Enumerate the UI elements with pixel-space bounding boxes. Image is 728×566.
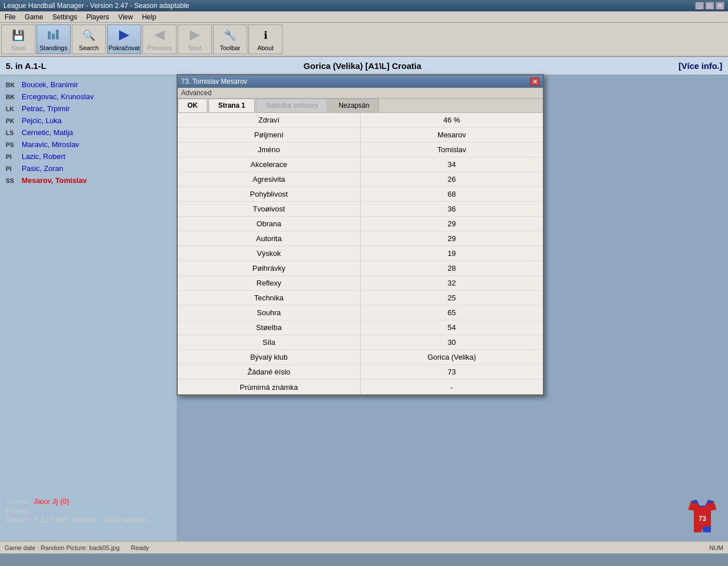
tab-smlouvy[interactable]: Nabídka smlouvy	[256, 99, 328, 112]
row-technika: Technika	[178, 291, 360, 306]
svg-marker-5	[190, 30, 200, 40]
standings-button[interactable]: Standings	[36, 25, 71, 54]
menu-view[interactable]: View	[113, 12, 137, 22]
row-strelba: Støelba	[178, 320, 360, 335]
val-jmeno: Tomislav	[361, 142, 543, 157]
toolbar-icon: 🔧	[222, 27, 238, 43]
row-reflexy: Reflexy	[178, 276, 360, 291]
menu-players[interactable]: Players	[81, 12, 113, 22]
row-zadanecislo: Žádané èíslo	[178, 365, 360, 380]
menu-settings[interactable]: Settings	[48, 12, 81, 22]
modal-values-column: 46 % Mesarov Tomislav 34 26 68	[361, 113, 543, 394]
about-button[interactable]: ℹ About	[248, 25, 283, 54]
previous-icon	[152, 27, 167, 43]
svg-rect-2	[56, 30, 59, 39]
main-content: 5. in A.1-L Gorica (Velika) [A1\L] Croat…	[0, 57, 728, 541]
row-souhra: Souhra	[178, 306, 360, 320]
val-tvorivost: 36	[361, 202, 543, 217]
val-pohyblivost: 68	[361, 187, 543, 202]
svg-marker-3	[119, 30, 129, 40]
pokracovat-button[interactable]: Pokračovat	[107, 25, 141, 54]
row-akcelerace: Akcelerace	[178, 157, 360, 172]
row-tvorivost: Tvoøivost	[178, 202, 360, 217]
modal-tabs: OK Strana 1 Nabídka smlouvy Nezapsán	[178, 99, 543, 113]
modal-close-button[interactable]: ✕	[530, 78, 539, 85]
row-zdravi: Zdraví	[178, 113, 360, 128]
val-reflexy: 32	[361, 276, 543, 291]
next-icon	[187, 27, 203, 43]
row-byvalyklub: Bývalý klub	[178, 350, 360, 365]
minimize-button[interactable]: _	[695, 2, 704, 10]
modal-titlebar: 73. Tomislav Mesarov ✕	[178, 75, 543, 88]
toolbar-label: Toolbar	[220, 44, 240, 51]
val-prihravky: 28	[361, 261, 543, 276]
player-modal: 73. Tomislav Mesarov ✕ Advanced OK Stran…	[177, 74, 544, 396]
row-obrana: Obrana	[178, 217, 360, 231]
menu-file[interactable]: File	[0, 12, 20, 22]
row-autorita: Autorita	[178, 231, 360, 246]
val-souhra: 65	[361, 306, 543, 320]
search-button[interactable]: 🔍 Search	[72, 25, 106, 54]
modal-subtitle: Advanced	[178, 88, 543, 99]
row-pohyblivost: Pohyblivost	[178, 187, 360, 202]
about-icon: ℹ	[257, 27, 273, 43]
modal-labels-column: Zdraví Pøijmení Jméno Akcelerace Agresiv…	[178, 113, 361, 394]
standings-icon	[46, 27, 62, 43]
svg-marker-4	[154, 30, 165, 40]
game-date-label: Game date : Random Picture: back05.jpg	[5, 544, 120, 551]
previous-label: Previous	[148, 44, 172, 51]
val-zdravi: 46 %	[361, 113, 543, 128]
title-bar: League Handball Manager - Version 2.47 -…	[0, 0, 728, 11]
numlock-indicator: NUM	[709, 544, 723, 551]
val-vyskok: 19	[361, 246, 543, 261]
val-strelba: 54	[361, 320, 543, 335]
menu-game[interactable]: Game	[20, 12, 48, 22]
val-sila: 30	[361, 335, 543, 350]
row-vyskok: Výskok	[178, 246, 360, 261]
tab-nezapsan[interactable]: Nezapsán	[329, 99, 379, 112]
ready-status: Ready	[131, 544, 149, 551]
standings-label: Standings	[40, 44, 68, 51]
modal-overlay: 73. Tomislav Mesarov ✕ Advanced OK Stran…	[0, 57, 728, 541]
svg-rect-1	[52, 34, 55, 39]
val-prijmeni: Mesarov	[361, 128, 543, 142]
toolbar: 💾 Save Standings 🔍 Search Pokračovat Pre…	[0, 23, 728, 57]
status-bar: Game date : Random Picture: back05.jpg R…	[0, 541, 728, 553]
val-akcelerace: 34	[361, 157, 543, 172]
val-agresivita: 26	[361, 172, 543, 187]
row-agresivita: Agresivita	[178, 172, 360, 187]
app-title: League Handball Manager - Version 2.47 -…	[3, 2, 189, 10]
val-obrana: 29	[361, 217, 543, 231]
row-prumznamka: Prùmirná známka	[178, 380, 360, 394]
menu-bar: File Game Settings Players View Help	[0, 11, 728, 23]
tab-ok[interactable]: OK	[178, 99, 207, 112]
title-controls: _ □ ✕	[695, 2, 725, 10]
menu-help[interactable]: Help	[137, 12, 161, 22]
save-button[interactable]: 💾 Save	[1, 25, 35, 54]
pokracovat-label: Pokračovat	[108, 44, 140, 51]
next-label: Next	[189, 44, 202, 51]
val-technika: 25	[361, 291, 543, 306]
val-autorita: 29	[361, 231, 543, 246]
close-button[interactable]: ✕	[715, 2, 725, 10]
row-prihravky: Pøihrávky	[178, 261, 360, 276]
next-button[interactable]: Next	[178, 25, 212, 54]
val-byvalyklub: Gorica (Velika)	[361, 350, 543, 365]
val-zadanecislo: 73	[361, 365, 543, 380]
row-jmeno: Jméno	[178, 142, 360, 157]
save-icon: 💾	[10, 27, 26, 43]
val-prumznamka: -	[361, 380, 543, 394]
toolbar-button[interactable]: 🔧 Toolbar	[213, 25, 247, 54]
modal-body: Zdraví Pøijmení Jméno Akcelerace Agresiv…	[178, 113, 543, 394]
pokracovat-icon	[116, 27, 132, 43]
previous-button[interactable]: Previous	[142, 25, 177, 54]
row-prijmeni: Pøijmení	[178, 128, 360, 142]
row-sila: Síla	[178, 335, 360, 350]
tab-strana1[interactable]: Strana 1	[208, 99, 255, 112]
about-label: About	[257, 44, 274, 51]
search-label: Search	[79, 44, 99, 51]
maximize-button[interactable]: □	[705, 2, 714, 10]
modal-title: 73. Tomislav Mesarov	[181, 78, 247, 85]
search-icon: 🔍	[81, 27, 97, 43]
svg-rect-0	[48, 31, 51, 39]
